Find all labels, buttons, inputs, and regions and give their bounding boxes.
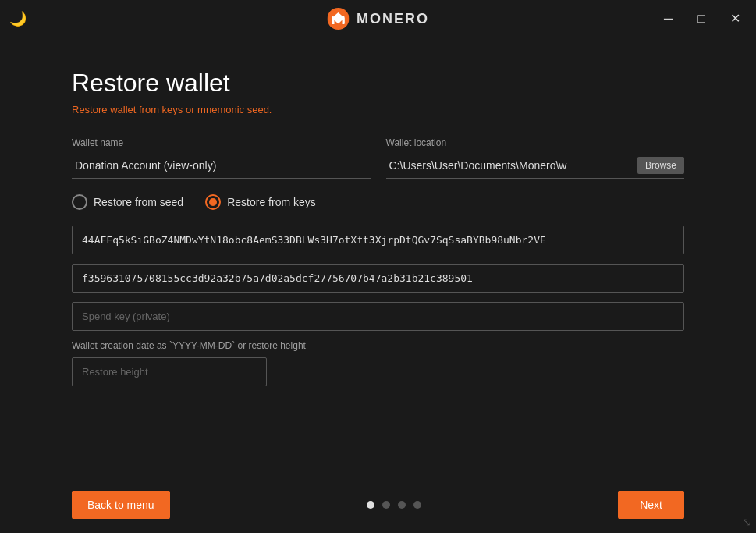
pagination-dot-4 xyxy=(413,501,421,509)
restore-from-keys-option[interactable]: Restore from keys xyxy=(205,194,316,210)
titlebar-left: 🌙 xyxy=(9,10,27,27)
wallet-location-group: Wallet location Browse xyxy=(386,137,685,179)
spend-key-input[interactable] xyxy=(72,302,684,331)
moon-icon: 🌙 xyxy=(9,10,27,27)
restore-from-seed-label: Restore from seed xyxy=(94,196,183,208)
main-content: Restore wallet Restore wallet from keys … xyxy=(0,37,756,386)
footer: Back to menu Next xyxy=(0,477,756,533)
resize-icon: ⤡ xyxy=(742,516,751,528)
monero-logo-icon xyxy=(327,8,349,30)
wallet-name-label: Wallet name xyxy=(72,137,371,148)
back-to-menu-button[interactable]: Back to menu xyxy=(72,491,170,519)
wallet-name-group: Wallet name xyxy=(72,137,371,179)
restore-from-keys-label: Restore from keys xyxy=(227,196,316,208)
close-button[interactable]: ✕ xyxy=(724,9,747,28)
restore-from-seed-option[interactable]: Restore from seed xyxy=(72,194,183,210)
titlebar-center: MONERO xyxy=(327,8,429,30)
browse-button[interactable]: Browse xyxy=(637,157,684,174)
view-key-input[interactable] xyxy=(72,264,684,293)
page-title: Restore wallet xyxy=(72,69,684,98)
pagination-dot-2 xyxy=(382,501,390,509)
titlebar-controls: ─ □ ✕ xyxy=(658,9,747,28)
minimize-button[interactable]: ─ xyxy=(658,9,679,28)
titlebar: 🌙 MONERO ─ □ ✕ xyxy=(0,0,756,37)
restore-height-input[interactable] xyxy=(72,357,267,386)
app-title: MONERO xyxy=(357,11,429,27)
restore-from-keys-radio[interactable] xyxy=(205,194,221,210)
restore-from-seed-radio[interactable] xyxy=(72,194,87,210)
wallet-info-row: Wallet name Wallet location Browse xyxy=(72,137,684,179)
pagination-dot-1 xyxy=(367,501,374,509)
pagination-dot-3 xyxy=(398,501,406,509)
wallet-name-input[interactable] xyxy=(72,153,371,179)
wallet-creation-label: Wallet creation date as `YYYY-MM-DD` or … xyxy=(72,340,684,351)
maximize-button[interactable]: □ xyxy=(691,9,712,28)
wallet-location-label: Wallet location xyxy=(386,137,685,148)
next-button[interactable]: Next xyxy=(618,491,684,519)
wallet-location-input[interactable] xyxy=(386,153,637,178)
restore-method-group: Restore from seed Restore from keys xyxy=(72,194,684,210)
page-subtitle: Restore wallet from keys or mnemonic see… xyxy=(72,104,684,115)
public-address-input[interactable] xyxy=(72,226,684,254)
wallet-location-wrap: Browse xyxy=(386,153,685,179)
pagination-dots xyxy=(367,501,421,509)
